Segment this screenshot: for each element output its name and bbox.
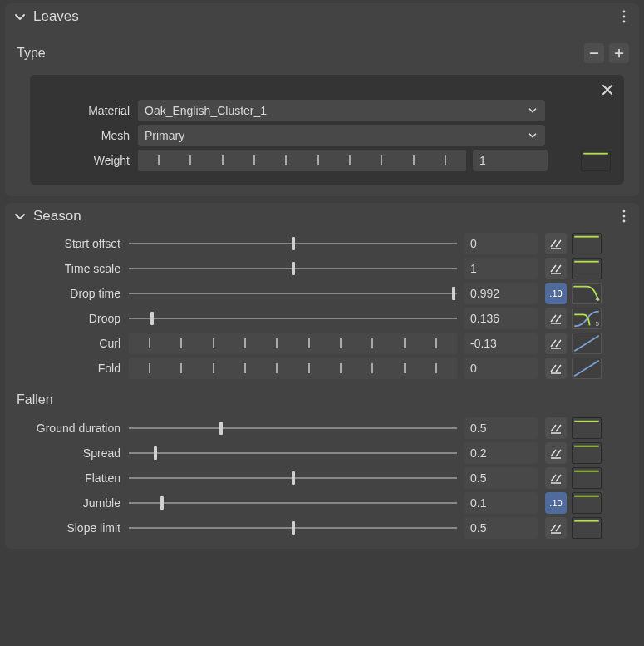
weight-row: Weight 1 [40,148,614,173]
svg-point-9 [623,210,626,213]
start_offset-value[interactable]: 0 [464,233,538,254]
mesh-dropdown[interactable]: Primary [138,125,545,146]
material-value: Oak_English_Cluster_1 [145,104,527,117]
more-icon[interactable] [617,210,631,223]
spread-curve-button[interactable] [572,442,602,464]
fold-curve-button[interactable] [572,358,602,379]
drop_time-label: Drop time [8,287,129,300]
jumble-s10-button[interactable]: .10 [545,492,567,514]
flatten-value[interactable]: 0.5 [464,467,538,489]
time_scale-variance-button[interactable] [545,258,567,279]
weight-value[interactable]: 1 [473,150,548,171]
droop-label: Droop [8,312,129,325]
start_offset-label: Start offset [8,237,129,250]
season-start_offset-row: Start offset0 [8,231,629,256]
curl-multi-slider[interactable] [129,333,457,354]
chevron-down-icon [13,210,27,223]
flatten-slider[interactable] [129,467,457,489]
add-type-button[interactable] [609,43,629,63]
remove-type-button[interactable] [584,43,604,63]
droop-slider[interactable] [129,308,457,329]
jumble-value[interactable]: 0.1 [464,492,538,514]
flatten-label: Flatten [8,471,129,485]
more-icon[interactable] [617,10,631,23]
season-fold-row: Fold0 [8,356,629,381]
material-row: Material Oak_English_Cluster_1 [40,98,614,123]
svg-point-0 [623,11,626,13]
slope_limit-slider[interactable] [129,517,457,539]
material-dropdown[interactable]: Oak_English_Cluster_1 [138,100,545,121]
droop-curve-button[interactable]: 5 [572,308,602,329]
svg-point-2 [623,21,626,23]
drop_time-value[interactable]: 0.992 [464,283,538,304]
fold-variance-button[interactable] [545,358,567,379]
type-label: Type [17,46,46,61]
slope_limit-value[interactable]: 0.5 [464,517,538,539]
ground_duration-value[interactable]: 0.5 [464,417,538,439]
svg-line-20 [574,361,599,376]
material-label: Material [40,104,138,117]
drop_time-curve-button[interactable]: 4 [572,283,602,304]
weight-curve-button[interactable] [581,150,611,171]
fold-multi-slider[interactable] [129,358,457,379]
spread-variance-button[interactable] [545,442,567,464]
jumble-slider[interactable] [129,492,457,514]
flatten-variance-button[interactable] [545,467,567,489]
weight-multi-slider[interactable] [138,150,466,171]
drop_time-s10-button[interactable]: .10 [545,283,567,304]
fold-value[interactable]: 0 [464,358,538,379]
fallen-spread-row: Spread0.2 [8,441,629,466]
time_scale-label: Time scale [8,262,129,275]
time_scale-curve-button[interactable] [572,258,602,279]
mesh-label: Mesh [40,129,138,142]
ground_duration-curve-button[interactable] [572,417,602,439]
droop-value[interactable]: 0.136 [464,308,538,329]
fallen-flatten-row: Flatten0.5 [8,466,629,491]
start_offset-variance-button[interactable] [545,233,567,254]
fallen-slope_limit-row: Slope limit0.5 [8,515,629,540]
chevron-down-icon [13,10,27,23]
slope_limit-label: Slope limit [8,521,129,535]
type-subheader: Type [5,37,639,70]
fallen-ground_duration-row: Ground duration0.5 [8,416,629,441]
droop-variance-button[interactable] [545,308,567,329]
ground_duration-variance-button[interactable] [545,417,567,439]
leaves-header[interactable]: Leaves [5,3,639,37]
weight-label: Weight [40,154,138,167]
fallen-jumble-row: Jumble0.1.10 [8,491,629,515]
season-time_scale-row: Time scale1 [8,256,629,281]
jumble-label: Jumble [8,496,129,510]
spread-value[interactable]: 0.2 [464,442,538,464]
fold-label: Fold [8,362,129,375]
flatten-curve-button[interactable] [572,467,602,489]
season-header[interactable]: Season [5,203,639,229]
curl-curve-button[interactable] [572,333,602,354]
season-title: Season [33,208,81,224]
time_scale-value[interactable]: 1 [464,258,538,279]
curl-value[interactable]: -0.13 [464,333,538,354]
leaves-panel: Leaves Type Material Oak_English_Cluster… [5,3,639,196]
time_scale-slider[interactable] [129,258,457,279]
close-icon[interactable] [599,81,616,98]
spread-slider[interactable] [129,442,457,464]
svg-point-1 [623,16,626,18]
spread-label: Spread [8,446,129,460]
ground_duration-slider[interactable] [129,417,457,439]
drop_time-slider[interactable] [129,283,457,304]
svg-point-11 [623,220,626,223]
season-curl-row: Curl-0.13 [8,331,629,356]
chevron-down-icon [527,105,538,116]
chevron-down-icon [527,130,538,141]
season-droop-row: Droop0.1365 [8,306,629,331]
start_offset-slider[interactable] [129,233,457,254]
slope_limit-curve-button[interactable] [572,517,602,539]
start_offset-curve-button[interactable] [572,233,602,254]
type-card: Material Oak_English_Cluster_1 Mesh Prim… [30,75,624,185]
svg-point-10 [623,215,626,218]
curl-label: Curl [8,337,129,350]
curl-variance-button[interactable] [545,333,567,354]
jumble-curve-button[interactable] [572,492,602,514]
ground_duration-label: Ground duration [8,422,129,435]
leaves-title: Leaves [33,8,79,25]
slope_limit-variance-button[interactable] [545,517,567,539]
